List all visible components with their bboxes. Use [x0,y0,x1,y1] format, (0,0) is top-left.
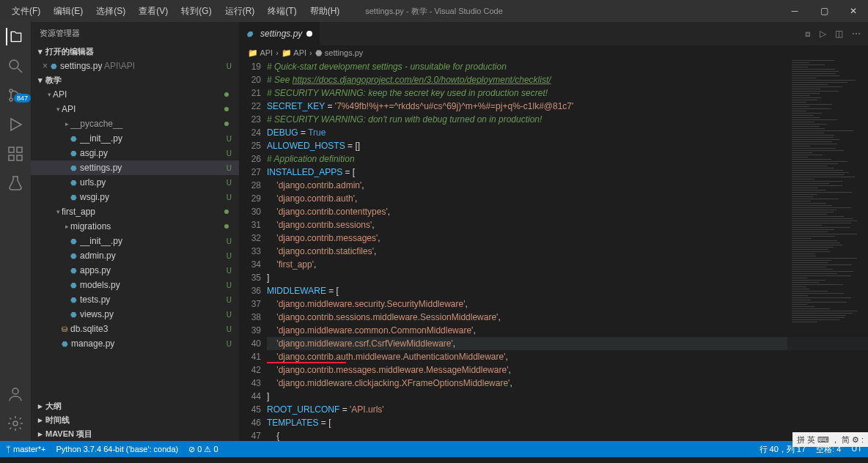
status-bar: ᛘ master*+ Python 3.7.4 64-bit ('base': … [0,441,868,457]
status-python[interactable]: Python 3.7.4 64-bit ('base': conda) [56,445,178,453]
test-icon[interactable] [7,174,24,192]
modified-dot-icon [306,31,312,37]
scm-icon[interactable]: 847 [7,86,24,104]
tabs-bar: ⬣ settings.py ⧈ ▷ ◫ ⋯ [239,22,868,45]
file-item[interactable]: ⬣wsgi.pyU [31,190,239,204]
open-editors-section[interactable]: ▾打开的编辑器 [31,45,239,59]
maximize-button[interactable]: ▢ [809,1,839,21]
extensions-icon[interactable] [7,145,24,163]
tab-settings[interactable]: ⬣ settings.py [239,22,320,45]
open-editor-item[interactable]: × ⬣ settings.py API\API U [31,59,239,73]
folder-item[interactable]: ▾API [31,102,239,116]
menu-item[interactable]: 查看(V) [133,2,174,21]
minimize-button[interactable]: ─ [780,1,809,21]
file-item[interactable]: ⬣models.pyU [31,278,239,292]
section-MAVEN 项目[interactable]: ▸MAVEN 项目 [31,427,239,441]
breadcrumb[interactable]: 📁 API›📁 API›⬣ settings.py [239,45,868,60]
svg-point-10 [12,388,18,394]
sidebar-title: 资源管理器 [31,22,239,45]
settings-gear-icon[interactable] [7,415,24,432]
explorer-sidebar: 资源管理器 ▾打开的编辑器 × ⬣ settings.py API\API U … [31,22,239,441]
split-icon[interactable]: ◫ [835,29,843,39]
explorer-icon[interactable] [6,28,23,45]
file-item[interactable]: ⛁db.sqlite3U [31,322,239,336]
svg-line-1 [18,68,22,73]
compare-icon[interactable]: ⧈ [805,29,811,39]
folder-item[interactable]: ▸migrations [31,219,239,234]
svg-point-11 [13,421,18,426]
svg-point-2 [10,89,12,92]
file-item[interactable]: ⬣apps.pyU [31,263,239,278]
menu-item[interactable]: 选择(S) [90,2,131,21]
file-item[interactable]: ⬣settings.pyU [31,160,239,175]
window-title: settings.py - 教学 - Visual Studio Code [365,6,503,17]
svg-marker-5 [11,119,21,130]
section-时间线[interactable]: ▸时间线 [31,413,239,427]
status-problems[interactable]: ⊘ 0 ⚠ 0 [188,445,218,454]
svg-rect-7 [17,147,22,152]
debug-icon[interactable] [7,116,24,133]
menu-item[interactable]: 转到(G) [175,2,217,21]
line-gutter: 19 20 21 22 23 24 25 26 27 28 29 30 31 3… [239,60,267,441]
file-item[interactable]: ⬣__init__.pyU [31,131,239,146]
file-item[interactable]: ⬣views.pyU [31,307,239,322]
more-icon[interactable]: ⋯ [852,29,861,39]
editor-group: ⬣ settings.py ⧈ ▷ ◫ ⋯ 📁 API›📁 API›⬣ sett… [239,22,868,441]
activity-bar: 847 [0,22,31,441]
folder-item[interactable]: ▸__pycache__ [31,116,239,131]
scm-badge: 847 [14,94,31,103]
file-item[interactable]: ⬣__init__.pyU [31,234,239,248]
run-icon[interactable]: ▷ [820,29,826,39]
svg-rect-8 [9,155,14,160]
status-branch[interactable]: ᛘ master*+ [6,445,45,453]
account-icon[interactable] [7,385,24,403]
menu-item[interactable]: 运行(R) [219,2,261,21]
search-icon[interactable] [7,57,24,75]
svg-point-0 [10,60,18,69]
code-editor[interactable]: # Quick-start development settings - uns… [267,60,868,441]
menu-item[interactable]: 帮助(H) [304,2,346,21]
section-大纲[interactable]: ▸大纲 [31,399,239,413]
menu-bar: 文件(F)编辑(E)选择(S)查看(V)转到(G)运行(R)终端(T)帮助(H) [0,2,345,21]
close-button[interactable]: ✕ [839,1,868,21]
title-bar: 文件(F)编辑(E)选择(S)查看(V)转到(G)运行(R)终端(T)帮助(H)… [0,0,868,22]
svg-rect-9 [17,155,22,160]
svg-point-3 [10,98,12,101]
folder-item[interactable]: ▾first_app [31,204,239,219]
menu-item[interactable]: 编辑(E) [48,2,89,21]
file-item[interactable]: ⬣asgi.pyU [31,146,239,160]
file-item[interactable]: ⬣tests.pyU [31,292,239,307]
file-item[interactable]: ⬣admin.pyU [31,248,239,263]
folder-item[interactable]: ▾API [31,87,239,102]
file-item[interactable]: ⬣urls.pyU [31,175,239,190]
svg-rect-6 [9,147,14,152]
tab-label: settings.py [260,29,302,39]
project-section[interactable]: ▾教学 [31,73,239,87]
menu-item[interactable]: 文件(F) [6,2,46,21]
file-item[interactable]: ⬣manage.pyU [31,336,239,351]
menu-item[interactable]: 终端(T) [262,2,302,21]
